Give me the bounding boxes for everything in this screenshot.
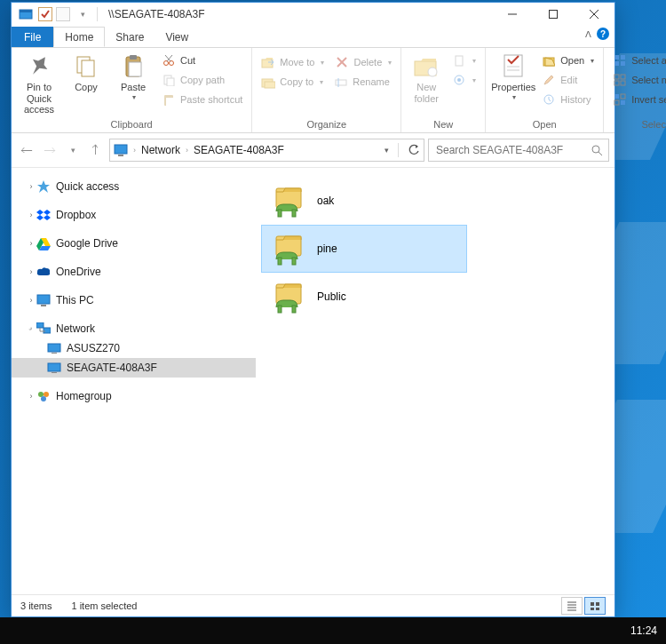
move-to-label: Move to <box>280 57 314 68</box>
tab-view[interactable]: View <box>155 27 199 47</box>
invert-selection-button[interactable]: Invert selection <box>609 91 666 108</box>
select-all-icon <box>613 53 627 68</box>
address-dropdown-icon[interactable]: ▾ <box>385 146 389 155</box>
svg-rect-67 <box>292 210 296 217</box>
breadcrumb-network[interactable]: Network <box>141 144 180 156</box>
sidebar-item-asusz270[interactable]: ASUSZ270 <box>12 338 256 358</box>
forward-button[interactable]: 🡒 <box>40 140 59 160</box>
help-icon[interactable]: ? <box>597 28 609 40</box>
new-item-button[interactable]: ▾ <box>448 52 480 69</box>
delete-button[interactable]: Delete ▾ <box>331 53 395 71</box>
refresh-button[interactable] <box>408 144 420 156</box>
share-item[interactable]: oak <box>261 177 467 225</box>
taskbar[interactable]: 11:24 <box>0 617 666 644</box>
new-folder-button[interactable]: New folder <box>407 52 446 104</box>
chevron-right-icon[interactable]: › <box>186 146 188 155</box>
homegroup-icon <box>36 389 51 403</box>
status-selection: 1 item selected <box>71 600 137 611</box>
svg-rect-46 <box>614 100 619 105</box>
history-button[interactable]: History <box>538 91 598 108</box>
select-none-button[interactable]: Select none <box>609 71 666 89</box>
svg-rect-31 <box>504 55 522 76</box>
expand-icon[interactable]: › <box>26 392 36 401</box>
cut-button[interactable]: Cut <box>158 52 246 69</box>
qat-checked-icon[interactable] <box>38 7 52 21</box>
expand-icon[interactable]: › <box>26 239 36 248</box>
sidebar-item-gdrive[interactable]: › Google Drive <box>12 234 256 253</box>
rename-button[interactable]: Rename <box>330 73 393 91</box>
details-view-button[interactable] <box>561 597 583 615</box>
network-share-icon <box>271 183 306 219</box>
copy-button[interactable]: Copy <box>64 52 108 93</box>
maximize-button[interactable] <box>533 3 574 26</box>
ribbon-group-select: Select all Select none Invert selection … <box>604 48 666 132</box>
sidebar-item-homegroup[interactable]: › Homegroup <box>12 386 256 406</box>
up-button[interactable]: 🡑 <box>86 140 106 160</box>
minimize-button[interactable] <box>492 3 533 26</box>
expand-icon[interactable]: › <box>26 296 36 305</box>
easy-access-button[interactable]: ▾ <box>448 71 480 89</box>
address-bar[interactable]: › Network › SEAGATE-408A3F ▾ <box>109 139 424 162</box>
paste-button[interactable]: Paste ▾ <box>111 52 155 101</box>
tab-home[interactable]: Home <box>53 27 105 47</box>
qat-blank-icon[interactable] <box>56 7 70 21</box>
search-box[interactable] <box>428 139 609 162</box>
properties-button[interactable]: Properties ▾ <box>491 52 535 101</box>
chevron-down-icon: ▾ <box>132 93 136 101</box>
open-button[interactable]: Open ▾ <box>538 52 598 69</box>
svg-rect-18 <box>166 98 173 106</box>
ribbon-collapse-icon[interactable]: ᐱ <box>585 29 591 39</box>
svg-rect-73 <box>292 306 296 313</box>
search-input[interactable] <box>434 143 591 157</box>
paste-label: Paste <box>121 82 146 93</box>
content-pane[interactable]: oak pine Public <box>256 168 614 594</box>
computer-icon <box>47 341 61 355</box>
sidebar-item-label: Dropbox <box>56 209 96 221</box>
history-label: History <box>560 94 591 105</box>
share-item[interactable]: pine <box>261 225 467 273</box>
system-menu-icon[interactable] <box>17 6 35 22</box>
sidebar-item-label: This PC <box>56 294 94 306</box>
copy-path-button[interactable]: Copy path <box>158 71 246 89</box>
back-button[interactable]: 🡐 <box>17 140 36 160</box>
svg-rect-45 <box>621 94 625 99</box>
close-button[interactable] <box>574 3 614 26</box>
sidebar-item-quick-access[interactable]: › Quick access <box>12 177 256 196</box>
sidebar-item-network[interactable]: › Network <box>12 319 256 338</box>
move-to-button[interactable]: Move to ▾ <box>258 53 328 71</box>
large-icons-view-button[interactable] <box>584 597 606 615</box>
chevron-down-icon: ▾ <box>591 57 594 65</box>
expand-icon[interactable]: › <box>26 211 36 219</box>
svg-rect-69 <box>278 258 281 265</box>
recent-locations-button[interactable]: ▾ <box>63 140 83 160</box>
breadcrumb-host[interactable]: SEAGATE-408A3F <box>194 144 284 156</box>
paste-shortcut-label: Paste shortcut <box>180 94 242 105</box>
sidebar-item-dropbox[interactable]: › Dropbox <box>12 205 256 225</box>
taskbar-clock[interactable]: 11:24 <box>630 624 657 637</box>
svg-rect-47 <box>621 100 625 105</box>
paste-shortcut-button[interactable]: Paste shortcut <box>158 91 246 108</box>
copy-to-icon <box>261 75 275 89</box>
sidebar-item-seagate[interactable]: SEAGATE-408A3F <box>12 358 256 378</box>
copy-to-button[interactable]: Copy to ▾ <box>258 73 327 91</box>
svg-rect-37 <box>621 55 625 60</box>
copy-label: Copy <box>75 82 98 93</box>
pin-quickaccess-button[interactable]: Pin to Quick access <box>17 52 61 115</box>
file-tab[interactable]: File <box>12 27 53 47</box>
svg-rect-66 <box>278 210 281 217</box>
qat-customize-icon[interactable]: ▾ <box>74 6 91 22</box>
expand-icon[interactable]: › <box>26 267 36 276</box>
expand-icon[interactable]: › <box>26 182 36 191</box>
tab-share[interactable]: Share <box>105 27 155 47</box>
sidebar-item-label: OneDrive <box>56 266 101 278</box>
chevron-right-icon[interactable]: › <box>133 146 136 155</box>
rename-label: Rename <box>353 76 390 87</box>
share-item[interactable]: Public <box>261 273 467 321</box>
open-group-label: Open <box>491 117 598 131</box>
select-all-button[interactable]: Select all <box>609 52 666 69</box>
sidebar-item-this-pc[interactable]: › This PC <box>12 290 256 310</box>
svg-rect-42 <box>614 81 619 85</box>
search-icon <box>591 144 603 156</box>
edit-button[interactable]: Edit <box>538 71 598 89</box>
sidebar-item-onedrive[interactable]: › OneDrive <box>12 262 256 282</box>
